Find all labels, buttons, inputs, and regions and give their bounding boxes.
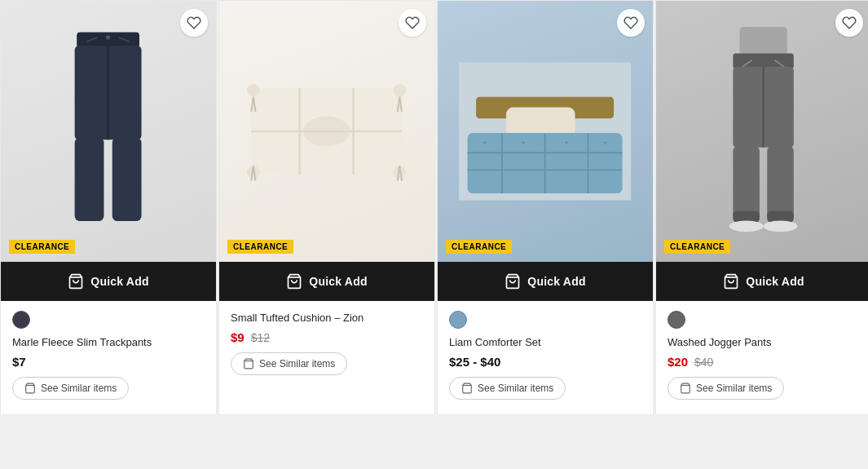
card-info: Marle Fleece Slim Trackpants$7 See Simil… bbox=[1, 301, 216, 414]
svg-point-14 bbox=[247, 84, 260, 97]
cart-icon bbox=[723, 273, 739, 290]
wishlist-button[interactable] bbox=[399, 9, 426, 37]
product-grid: CLEARANCE Quick AddMarle Fleece Slim Tra… bbox=[0, 0, 868, 415]
wishlist-button[interactable] bbox=[835, 9, 863, 37]
card-info: Small Tufted Cushion – Zion$9$12 See Sim… bbox=[219, 301, 434, 414]
product-name: Marle Fleece Slim Trackpants bbox=[12, 335, 205, 350]
see-similar-button[interactable]: See Similar items bbox=[12, 377, 129, 400]
card-info: Liam Comforter Set$25 - $40 See Similar … bbox=[438, 301, 653, 414]
similar-icon bbox=[680, 383, 691, 394]
product-name: Liam Comforter Set bbox=[449, 335, 641, 350]
heart-icon bbox=[842, 15, 857, 30]
cart-icon bbox=[286, 273, 302, 290]
card-info: Washed Jogger Pants$20$40 See Similar it… bbox=[656, 301, 868, 414]
similar-icon bbox=[24, 383, 36, 394]
color-swatch-row bbox=[12, 311, 205, 329]
svg-rect-4 bbox=[112, 138, 142, 221]
see-similar-label: See Similar items bbox=[696, 383, 772, 394]
see-similar-label: See Similar items bbox=[41, 383, 117, 394]
clearance-badge: CLEARANCE bbox=[446, 240, 512, 254]
svg-rect-45 bbox=[734, 54, 794, 69]
heart-icon bbox=[623, 15, 638, 30]
quick-add-button[interactable]: Quick Add bbox=[219, 262, 434, 301]
product-image-container: CLEARANCE bbox=[1, 1, 216, 262]
product-image-container: CLEARANCE bbox=[438, 1, 653, 262]
svg-point-15 bbox=[394, 84, 407, 97]
color-swatch-row bbox=[668, 311, 860, 329]
price-original: $40 bbox=[694, 356, 713, 369]
clearance-badge: CLEARANCE bbox=[664, 240, 730, 254]
see-similar-button[interactable]: See Similar items bbox=[449, 377, 566, 400]
color-swatch[interactable] bbox=[12, 311, 30, 329]
price-original: $12 bbox=[251, 331, 270, 344]
svg-rect-0 bbox=[77, 32, 140, 47]
price-row: $7 bbox=[12, 355, 205, 369]
svg-rect-44 bbox=[740, 27, 787, 55]
product-name: Washed Jogger Pants bbox=[668, 335, 860, 350]
svg-rect-3 bbox=[75, 138, 104, 221]
svg-point-5 bbox=[106, 35, 110, 39]
svg-point-53 bbox=[764, 220, 798, 232]
cart-icon bbox=[504, 273, 521, 290]
quick-add-button[interactable]: Quick Add bbox=[1, 262, 216, 301]
clearance-badge: CLEARANCE bbox=[227, 240, 293, 254]
cart-icon bbox=[68, 273, 84, 290]
svg-point-52 bbox=[729, 220, 764, 232]
heart-icon bbox=[405, 15, 420, 30]
similar-icon bbox=[461, 383, 473, 394]
wishlist-button[interactable] bbox=[180, 9, 208, 37]
see-similar-button[interactable]: See Similar items bbox=[231, 352, 347, 375]
quick-add-button[interactable]: Quick Add bbox=[656, 262, 868, 301]
price-range: $25 - $40 bbox=[449, 355, 500, 369]
see-similar-button[interactable]: See Similar items bbox=[668, 377, 784, 400]
quick-add-button[interactable]: Quick Add bbox=[438, 262, 653, 301]
price-current: $9 bbox=[231, 330, 245, 344]
svg-point-38 bbox=[484, 141, 487, 144]
product-card-4: CLEARANCE Quick AddWashed Jogger Pants$2… bbox=[655, 0, 868, 415]
wishlist-button[interactable] bbox=[617, 9, 645, 37]
product-image-container: CLEARANCE bbox=[656, 1, 868, 262]
quick-add-label: Quick Add bbox=[746, 275, 804, 288]
svg-rect-48 bbox=[734, 145, 760, 221]
similar-icon bbox=[243, 358, 254, 369]
price-current: $20 bbox=[668, 355, 688, 369]
quick-add-label: Quick Add bbox=[90, 275, 148, 288]
heart-icon bbox=[187, 15, 201, 30]
color-swatch-row bbox=[449, 311, 641, 329]
svg-point-26 bbox=[303, 117, 350, 147]
svg-rect-49 bbox=[768, 145, 795, 221]
product-name: Small Tufted Cushion – Zion bbox=[231, 311, 423, 325]
clearance-badge: CLEARANCE bbox=[9, 240, 75, 254]
svg-point-39 bbox=[522, 141, 525, 144]
color-swatch[interactable] bbox=[668, 311, 685, 329]
quick-add-label: Quick Add bbox=[527, 275, 585, 288]
price-single: $7 bbox=[12, 355, 26, 369]
product-card-1: CLEARANCE Quick AddMarle Fleece Slim Tra… bbox=[0, 0, 217, 415]
product-card-3: CLEARANCE Quick AddLiam Comforter Set$25… bbox=[437, 0, 654, 415]
svg-point-40 bbox=[566, 141, 568, 144]
svg-rect-31 bbox=[506, 107, 575, 137]
quick-add-label: Quick Add bbox=[309, 275, 367, 288]
price-row: $25 - $40 bbox=[449, 355, 641, 369]
product-image-container: CLEARANCE bbox=[219, 1, 434, 262]
see-similar-label: See Similar items bbox=[478, 383, 553, 394]
price-row: $20$40 bbox=[668, 355, 860, 369]
svg-point-41 bbox=[604, 141, 606, 144]
product-card-2: CLEARANCE Quick AddSmall Tufted Cushion … bbox=[218, 0, 435, 415]
price-row: $9$12 bbox=[231, 330, 423, 344]
color-swatch[interactable] bbox=[449, 311, 467, 329]
see-similar-label: See Similar items bbox=[259, 358, 335, 369]
